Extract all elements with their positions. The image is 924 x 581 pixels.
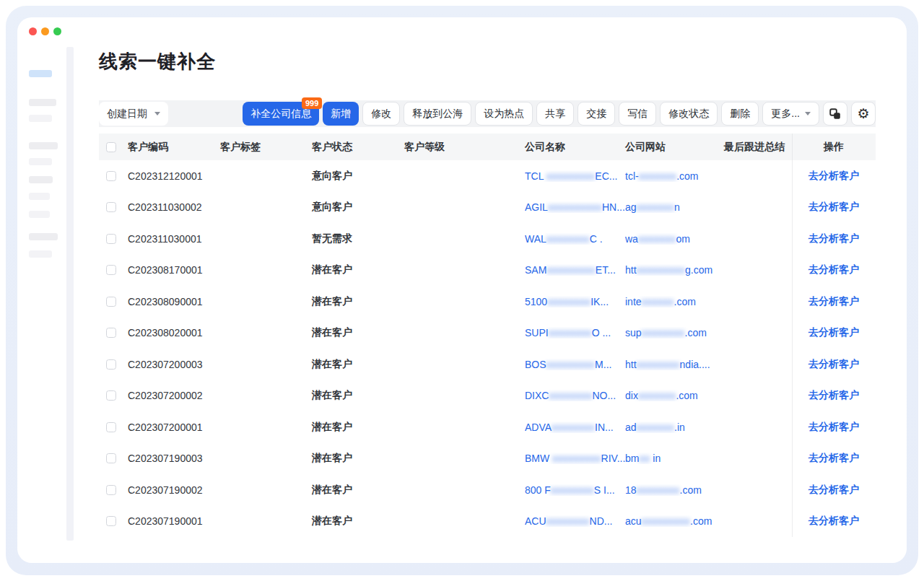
customer-status: 潜在客户	[312, 326, 404, 339]
more-button[interactable]: 更多...	[762, 102, 819, 126]
analyze-customer-link[interactable]: 去分析客户	[808, 232, 859, 245]
company-name-redacted: xxxxxxxxxx	[548, 201, 602, 213]
company-name-visible: ACU	[525, 515, 546, 527]
company-name-redacted: xxxxxxxxx	[546, 359, 596, 370]
company-name-link[interactable]: BOSxxxxxxxxxM...	[525, 359, 625, 370]
write-email-button[interactable]: 写信	[619, 102, 656, 126]
analyze-customer-link[interactable]: 去分析客户	[808, 358, 859, 371]
company-name-link[interactable]: BMW xxxxxxxxxRIV...	[525, 453, 625, 464]
analyze-customer-link[interactable]: 去分析客户	[808, 389, 859, 402]
change-status-button[interactable]: 修改状态	[660, 102, 718, 126]
website-redacted: xxxxxxxxx	[642, 515, 691, 527]
date-filter-select[interactable]: 创建日期	[99, 102, 168, 126]
analyze-customer-link[interactable]: 去分析客户	[808, 484, 859, 497]
website-redacted: xx	[639, 453, 650, 464]
company-website-link[interactable]: supxxxxxxxx.com	[625, 327, 724, 338]
table-row: C202307190002 潜在客户 800 FxxxxxxxxS I... 1…	[99, 474, 876, 506]
row-checkbox[interactable]	[106, 202, 116, 212]
set-hotspot-button[interactable]: 设为热点	[475, 102, 533, 126]
company-website-link[interactable]: 18xxxxxxxx.com	[625, 484, 724, 496]
page-title: 线索一键补全	[99, 49, 216, 74]
close-window-button[interactable]	[29, 27, 37, 35]
release-to-pool-button[interactable]: 释放到公海	[404, 102, 471, 126]
company-name-link[interactable]: AGILxxxxxxxxxxHN...	[525, 201, 625, 213]
website-visible: .com	[676, 390, 697, 401]
row-checkbox[interactable]	[106, 453, 116, 463]
analyze-customer-link[interactable]: 去分析客户	[808, 201, 859, 214]
share-button[interactable]: 共享	[536, 102, 574, 126]
maximize-window-button[interactable]	[53, 27, 61, 35]
company-website-link[interactable]: agxxxxxxxn	[625, 201, 724, 213]
row-checkbox[interactable]	[106, 328, 116, 338]
company-name-link[interactable]: WALxxxxxxxxC .	[525, 233, 625, 245]
column-header-status: 客户状态	[312, 141, 404, 154]
company-website-link[interactable]: dixxxxxxxx.com	[625, 390, 724, 401]
sidebar-skeleton-item	[29, 176, 53, 183]
analyze-customer-link[interactable]: 去分析客户	[808, 263, 859, 276]
analyze-customer-link[interactable]: 去分析客户	[808, 515, 859, 528]
company-name-link[interactable]: DIXCxxxxxxxxNO...	[525, 390, 625, 401]
customer-code: C202307200001	[128, 421, 220, 433]
complete-company-info-button[interactable]: 补全公司信息 999	[243, 102, 319, 126]
analyze-customer-link[interactable]: 去分析客户	[808, 170, 859, 183]
company-name-link[interactable]: 5100xxxxxxxxIK...	[525, 296, 625, 307]
company-website-link[interactable]: adxxxxxxx.in	[625, 421, 724, 433]
company-name-redacted: xxxxxxxx	[552, 421, 595, 433]
website-visible: ad	[625, 421, 637, 433]
analyze-customer-link[interactable]: 去分析客户	[808, 295, 859, 308]
company-name-link[interactable]: SAMxxxxxxxxxET...	[525, 264, 625, 276]
date-filter-label: 创建日期	[107, 108, 147, 121]
company-website-link[interactable]: waxxxxxxxom	[625, 233, 724, 245]
website-visible: .com	[674, 296, 696, 307]
settings-button[interactable]: ⚙	[851, 102, 876, 126]
select-all-checkbox[interactable]	[106, 142, 116, 152]
company-name-redacted: xxxxxxxx	[546, 515, 590, 527]
company-name-link[interactable]: TCL xxxxxxxxxEC...	[525, 170, 625, 182]
company-name-link[interactable]: ACUxxxxxxxxND...	[525, 515, 625, 527]
website-visible: ndia....	[680, 359, 710, 370]
column-header-company: 公司名称	[525, 141, 625, 154]
website-visible: tcl-	[625, 170, 639, 182]
minimize-window-button[interactable]	[41, 27, 49, 35]
delete-button[interactable]: 删除	[721, 102, 759, 126]
analyze-customer-link[interactable]: 去分析客户	[808, 326, 859, 339]
refresh-button[interactable]	[823, 102, 847, 126]
company-name-link[interactable]: SUPIxxxxxxxxO ...	[525, 327, 625, 338]
customer-status: 潜在客户	[312, 484, 404, 497]
website-visible: .com	[685, 327, 707, 338]
sidebar-skeleton-item	[29, 158, 52, 165]
row-checkbox[interactable]	[106, 485, 116, 495]
sidebar-skeleton-item	[29, 99, 56, 106]
company-website-link[interactable]: httxxxxxxxxxg.com	[625, 264, 724, 276]
add-button[interactable]: 新增	[323, 102, 359, 126]
column-header-website: 公司网站	[625, 141, 724, 154]
company-website-link[interactable]: acuxxxxxxxxx.com	[625, 515, 724, 527]
row-checkbox[interactable]	[106, 234, 116, 244]
company-name-link[interactable]: 800 FxxxxxxxxS I...	[525, 484, 625, 496]
website-visible: 18	[625, 484, 637, 496]
table-row: C202311030001 暂无需求 WALxxxxxxxxC . waxxxx…	[99, 223, 876, 255]
sidebar-skeleton-item	[29, 233, 58, 240]
company-name-visible: TCL	[525, 170, 546, 182]
row-checkbox[interactable]	[106, 171, 116, 181]
company-website-link[interactable]: tcl-xxxxxxx.com	[625, 170, 724, 182]
company-website-link[interactable]: httxxxxxxxxndia....	[625, 359, 724, 370]
row-checkbox[interactable]	[106, 390, 116, 401]
row-checkbox[interactable]	[106, 516, 116, 526]
company-name-redacted: xxxxxxxxx	[546, 264, 596, 276]
website-visible: sup	[625, 327, 642, 338]
row-checkbox[interactable]	[106, 297, 116, 307]
company-name-link[interactable]: ADVAxxxxxxxxIN...	[525, 421, 625, 433]
analyze-customer-link[interactable]: 去分析客户	[808, 452, 859, 465]
analyze-customer-link[interactable]: 去分析客户	[808, 421, 859, 434]
edit-button[interactable]: 修改	[362, 102, 400, 126]
sidebar-item-active[interactable]	[29, 70, 52, 77]
row-checkbox[interactable]	[106, 265, 116, 275]
handover-button[interactable]: 交接	[578, 102, 615, 126]
customer-status: 潜在客户	[312, 452, 404, 465]
company-website-link[interactable]: bmxx in	[625, 453, 724, 464]
company-website-link[interactable]: intexxxxxx.com	[625, 296, 724, 307]
row-checkbox[interactable]	[106, 359, 116, 370]
website-visible: htt	[625, 359, 637, 370]
row-checkbox[interactable]	[106, 422, 116, 432]
